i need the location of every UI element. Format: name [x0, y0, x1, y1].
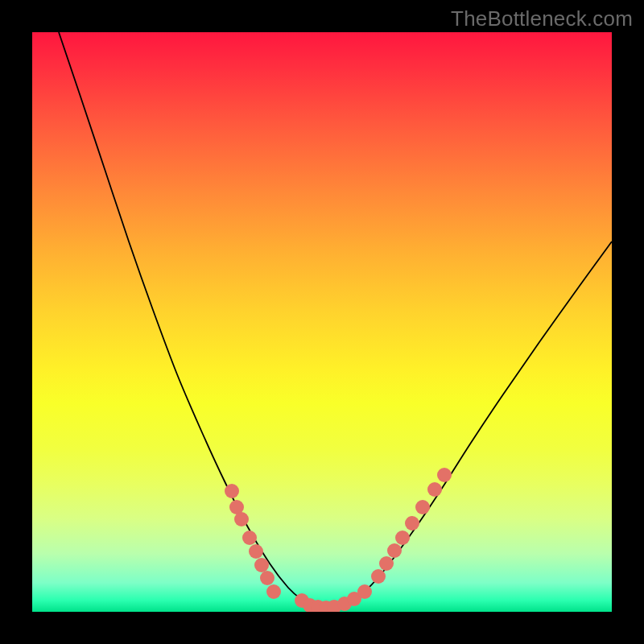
- chart-svg: [32, 32, 612, 612]
- data-point: [405, 516, 419, 530]
- data-point: [437, 468, 452, 482]
- points-valley-cluster: [295, 584, 372, 612]
- points-left-cluster: [225, 484, 281, 599]
- data-point: [242, 530, 257, 545]
- watermark-label: TheBottleneck.com: [451, 6, 633, 31]
- data-point: [266, 584, 281, 599]
- data-point: [387, 543, 402, 558]
- data-point: [371, 569, 386, 584]
- data-point: [427, 482, 442, 497]
- bottleneck-curve: [59, 32, 612, 608]
- data-point: [357, 584, 372, 599]
- data-point: [254, 558, 269, 572]
- data-point: [260, 571, 275, 585]
- data-point: [415, 500, 430, 514]
- plot-area: [32, 32, 612, 612]
- data-point: [395, 530, 410, 545]
- points-right-cluster: [371, 468, 452, 584]
- data-point: [234, 512, 249, 526]
- data-point: [379, 556, 394, 571]
- data-point: [249, 544, 263, 559]
- data-point: [225, 484, 239, 498]
- chart-frame: TheBottleneck.com: [0, 0, 644, 644]
